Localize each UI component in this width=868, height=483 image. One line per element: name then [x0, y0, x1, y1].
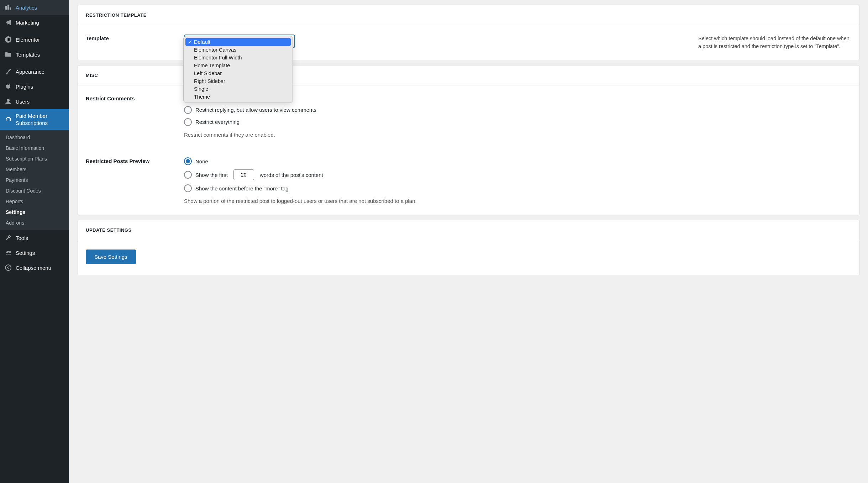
sidebar-item-templates[interactable]: Templates: [0, 47, 69, 62]
submenu-discount-codes[interactable]: Discount Codes: [0, 185, 69, 196]
sidebar-item-label: Users: [16, 99, 30, 105]
radio-label: Restrict everything: [195, 119, 240, 125]
panel-title: UPDATE SETTINGS: [86, 227, 851, 233]
sidebar-item-label: Plugins: [16, 84, 33, 90]
refresh-icon: [4, 116, 12, 124]
wrench-icon: [4, 234, 12, 242]
template-option-theme[interactable]: Theme: [185, 93, 291, 101]
sliders-icon: [4, 249, 12, 257]
sidebar-item-users[interactable]: Users: [0, 94, 69, 109]
chart-bar-icon: [4, 4, 12, 11]
sidebar-item-label: Collapse menu: [16, 265, 51, 271]
sidebar-item-label: Elementor: [16, 37, 40, 43]
radio-label-post: words of the post's content: [260, 172, 323, 178]
collapse-icon: [4, 264, 12, 272]
radio-label-pre: Show the first: [195, 172, 228, 178]
sidebar-item-paid-member-subscriptions[interactable]: Paid Member Subscriptions: [0, 109, 69, 130]
sidebar-collapse-menu[interactable]: Collapse menu: [0, 260, 69, 275]
sidebar-item-label: Settings: [16, 250, 35, 256]
preview-words-input[interactable]: [233, 169, 254, 180]
sidebar-item-label: Paid Member Subscriptions: [16, 112, 65, 126]
template-option-single[interactable]: Single: [185, 85, 291, 93]
sidebar-item-tools[interactable]: Tools: [0, 230, 69, 245]
submenu-settings[interactable]: Settings: [0, 207, 69, 217]
folder-icon: [4, 51, 12, 58]
restricted-preview-label: Restricted Posts Preview: [86, 157, 184, 164]
sidebar-item-label: Appearance: [16, 69, 44, 75]
sidebar-item-plugins[interactable]: Plugins: [0, 79, 69, 94]
main-content: RESTRICTION TEMPLATE Template Default: [69, 0, 868, 483]
user-icon: [4, 98, 12, 105]
preview-option-first-words[interactable]: Show the first words of the post's conte…: [184, 169, 851, 180]
restrict-comments-radio-everything[interactable]: [184, 118, 192, 126]
preview-desc: Show a portion of the restricted post to…: [184, 197, 851, 205]
sidebar-item-marketing[interactable]: Marketing: [0, 15, 69, 30]
megaphone-icon: [4, 19, 12, 26]
panel-update-settings: UPDATE SETTINGS Save Settings: [78, 220, 859, 275]
svg-rect-4: [8, 40, 10, 41]
svg-rect-3: [8, 39, 10, 40]
restrict-comments-desc: Restrict comments if they are enabled.: [184, 131, 851, 139]
sidebar-item-label: Tools: [16, 235, 28, 241]
template-field-label: Template: [86, 35, 184, 41]
sidebar-item-label: Marketing: [16, 20, 39, 26]
preview-radio-more-tag[interactable]: [184, 184, 192, 192]
sidebar-item-appearance[interactable]: Appearance: [0, 64, 69, 79]
svg-point-6: [5, 265, 11, 271]
sidebar-item-settings[interactable]: Settings: [0, 245, 69, 260]
restrict-comments-option-everything[interactable]: Restrict everything: [184, 118, 851, 126]
template-option-elementor-canvas[interactable]: Elementor Canvas: [185, 46, 291, 54]
svg-rect-1: [7, 38, 7, 41]
preview-option-none[interactable]: None: [184, 157, 851, 165]
template-dropdown: Default Elementor Canvas Elementor Full …: [183, 36, 293, 103]
submenu-basic-information[interactable]: Basic Information: [0, 143, 69, 153]
restrict-comments-radio-replying[interactable]: [184, 106, 192, 114]
panel-title: RESTRICTION TEMPLATE: [86, 12, 851, 18]
submenu-payments[interactable]: Payments: [0, 175, 69, 185]
radio-label: Restrict replying, but allow users to vi…: [195, 107, 316, 113]
preview-radio-first-words[interactable]: [184, 171, 192, 179]
template-option-home-template[interactable]: Home Template: [185, 62, 291, 69]
radio-label: Show the content before the "more" tag: [195, 185, 289, 191]
plug-icon: [4, 83, 12, 90]
restrict-comments-label: Restrict Comments: [86, 95, 184, 101]
submenu-dashboard[interactable]: Dashboard: [0, 132, 69, 143]
panel-restriction-template: RESTRICTION TEMPLATE Template Default: [78, 5, 859, 60]
template-option-elementor-full-width[interactable]: Elementor Full Width: [185, 54, 291, 62]
submenu-addons[interactable]: Add-ons: [0, 217, 69, 228]
submenu-reports[interactable]: Reports: [0, 196, 69, 207]
preview-radio-none[interactable]: [184, 157, 192, 165]
admin-sidebar: Analytics Marketing Elementor Templates …: [0, 0, 69, 483]
submenu-members[interactable]: Members: [0, 164, 69, 175]
radio-label: None: [195, 158, 208, 164]
template-option-right-sidebar[interactable]: Right Sidebar: [185, 77, 291, 85]
template-option-left-sidebar[interactable]: Left Sidebar: [185, 69, 291, 77]
sidebar-item-elementor[interactable]: Elementor: [0, 32, 69, 47]
template-help-text: Select which template should load instea…: [698, 35, 851, 51]
submenu-paid-member: Dashboard Basic Information Subscription…: [0, 130, 69, 230]
preview-option-more-tag[interactable]: Show the content before the "more" tag: [184, 184, 851, 192]
brush-icon: [4, 68, 12, 75]
sidebar-item-analytics[interactable]: Analytics: [0, 0, 69, 15]
elementor-icon: [4, 36, 12, 43]
sidebar-item-label: Analytics: [16, 5, 37, 11]
template-option-default[interactable]: Default: [185, 38, 291, 46]
svg-point-5: [7, 99, 10, 102]
submenu-subscription-plans[interactable]: Subscription Plans: [0, 153, 69, 164]
save-settings-button[interactable]: Save Settings: [86, 250, 136, 264]
svg-rect-2: [8, 38, 10, 39]
restrict-comments-option-replying[interactable]: Restrict replying, but allow users to vi…: [184, 106, 851, 114]
sidebar-item-label: Templates: [16, 52, 40, 58]
